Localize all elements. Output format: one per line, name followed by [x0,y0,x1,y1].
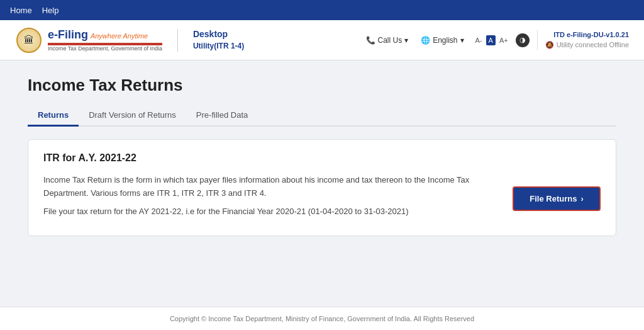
page-title: Income Tax Returns [28,76,616,95]
nav-help[interactable]: Help [42,6,59,15]
font-normal-button[interactable]: A [486,35,496,45]
header-left: 🏛 e-Filing Anywhere Anytime Income Tax D… [15,26,244,54]
top-nav: Home Help [0,0,644,20]
file-returns-button[interactable]: File Returns › [513,186,601,211]
lang-chevron: ▾ [460,36,464,45]
font-size-controls: A- A A+ [473,35,511,45]
footer-text: Copyright © Income Tax Department, Minis… [170,315,474,322]
emblem-logo: 🏛 [15,26,43,54]
language-button[interactable]: 🌐 English ▾ [417,33,467,47]
utility-line2: Utility(ITR 1-4) [193,41,244,52]
emblem-circle: 🏛 [16,28,42,53]
anywhere-label: Anywhere Anytime [91,32,148,40]
tab-draft-version[interactable]: Draft Version of Returns [79,105,186,127]
version-info: ITD e-Filing-DU-v1.0.21 🔕 Utility connec… [537,30,629,50]
file-returns-label: File Returns [530,194,577,203]
call-us-button[interactable]: 📞 Call Us ▾ [362,33,413,47]
version-status: 🔕 Utility connected Offline [545,40,629,50]
logo-subtitle: Income Tax Department, Government of Ind… [48,45,162,52]
logo-area: 🏛 e-Filing Anywhere Anytime Income Tax D… [15,26,162,54]
logo-text: e-Filing Anywhere Anytime Income Tax Dep… [48,28,162,52]
language-label: English [433,36,457,45]
footer: Copyright © Income Tax Department, Minis… [0,307,644,330]
header-divider [177,29,178,52]
card-text: Income Tax Return is the form in which t… [43,174,502,223]
call-chevron: ▾ [404,36,408,45]
header-right: 📞 Call Us ▾ 🌐 English ▾ A- A A+ ◑ ITD e-… [362,30,630,50]
tabs-bar: Returns Draft Version of Returns Pre-fil… [28,105,616,127]
desktop-utility: Desktop Utility(ITR 1-4) [193,28,244,51]
call-label: Call Us [378,36,402,45]
version-title: ITD e-Filing-DU-v1.0.21 [545,30,629,40]
card-title: ITR for A.Y. 2021-22 [43,152,601,164]
card-description1: Income Tax Return is the form in which t… [43,174,502,200]
arrow-right-icon: › [580,194,583,203]
offline-icon: 🔕 [545,40,554,50]
main-content: Income Tax Returns Returns Draft Version… [8,60,636,246]
efiling-logo: e-Filing Anywhere Anytime [48,28,162,42]
tab-returns[interactable]: Returns [28,105,79,127]
nav-home[interactable]: Home [10,6,32,15]
font-decrease-button[interactable]: A- [473,35,485,45]
globe-icon: 🌐 [421,36,430,45]
card-description2: File your tax return for the AY 2021-22,… [43,205,502,219]
contrast-button[interactable]: ◑ [516,33,530,47]
header: 🏛 e-Filing Anywhere Anytime Income Tax D… [0,20,644,60]
card-body: Income Tax Return is the form in which t… [43,174,601,223]
status-label: Utility connected Offline [557,40,629,50]
itr-card: ITR for A.Y. 2021-22 Income Tax Return i… [28,139,616,236]
font-increase-button[interactable]: A+ [497,35,511,45]
phone-icon: 📞 [366,36,375,45]
utility-line1: Desktop [193,28,244,41]
tab-prefilled-data[interactable]: Pre-filled Data [186,105,258,127]
efiling-label: e-Filing [48,28,88,41]
